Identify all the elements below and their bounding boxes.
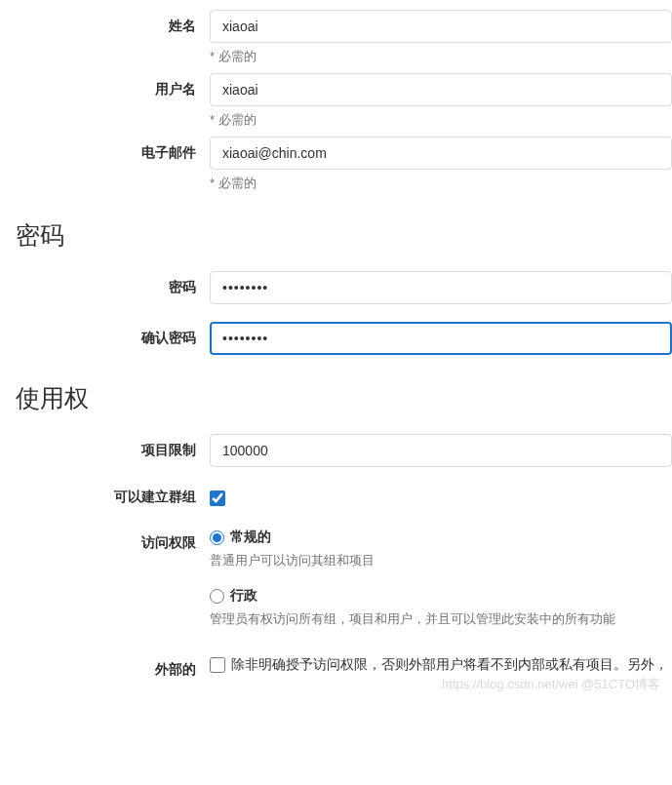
field-username: 用户名 * 必需的 <box>0 73 672 129</box>
email-input[interactable] <box>210 137 672 170</box>
password-section-heading: 密码 <box>16 219 672 252</box>
access-regular-radio[interactable] <box>210 530 224 545</box>
confirm-password-input[interactable] <box>210 322 672 355</box>
password-input[interactable] <box>210 271 672 304</box>
external-desc: 除非明确授予访问权限，否则外部用户将看不到内部或私有项目。另外， <box>231 655 668 675</box>
project-limit-label: 项目限制 <box>0 434 210 459</box>
username-required-text: * 必需的 <box>210 111 672 129</box>
external-checkbox[interactable] <box>210 657 225 673</box>
external-checkbox-row: 除非明确授予访问权限，否则外部用户将看不到内部或私有项目。另外， <box>210 655 672 675</box>
field-project-limit: 项目限制 <box>0 434 672 467</box>
username-label: 用户名 <box>0 73 210 98</box>
name-input[interactable] <box>210 10 672 43</box>
email-required-text: * 必需的 <box>210 175 672 192</box>
access-regular-desc: 普通用户可以访问其组和项目 <box>210 552 672 569</box>
field-password: 密码 <box>0 271 672 304</box>
confirm-password-label: 确认密码 <box>0 322 210 347</box>
field-can-create-group: 可以建立群组 <box>0 481 672 509</box>
project-limit-input[interactable] <box>210 434 672 467</box>
external-label: 外部的 <box>0 653 210 679</box>
password-label: 密码 <box>0 271 210 296</box>
username-input[interactable] <box>210 73 672 106</box>
access-admin-label: 行政 <box>230 587 257 605</box>
radio-regular-row: 常规的 <box>210 529 672 546</box>
name-label: 姓名 <box>0 10 210 35</box>
field-name: 姓名 * 必需的 <box>0 10 672 65</box>
access-section-heading: 使用权 <box>16 382 672 414</box>
access-admin-desc: 管理员有权访问所有组，项目和用户，并且可以管理此安装中的所有功能 <box>210 610 672 628</box>
can-create-group-label: 可以建立群组 <box>0 481 210 506</box>
access-level-label: 访问权限 <box>0 527 210 552</box>
access-admin-radio[interactable] <box>210 589 224 604</box>
radio-admin-row: 行政 <box>210 587 672 605</box>
field-external: 外部的 除非明确授予访问权限，否则外部用户将看不到内部或私有项目。另外， <box>0 653 672 679</box>
can-create-group-checkbox[interactable] <box>210 491 225 506</box>
field-confirm-password: 确认密码 <box>0 322 672 355</box>
field-access-level: 访问权限 常规的 普通用户可以访问其组和项目 行政 管理员有权访问所有组，项目和… <box>0 527 672 646</box>
name-required-text: * 必需的 <box>210 48 672 65</box>
access-regular-label: 常规的 <box>230 529 271 546</box>
email-label: 电子邮件 <box>0 137 210 162</box>
field-email: 电子邮件 * 必需的 <box>0 137 672 192</box>
